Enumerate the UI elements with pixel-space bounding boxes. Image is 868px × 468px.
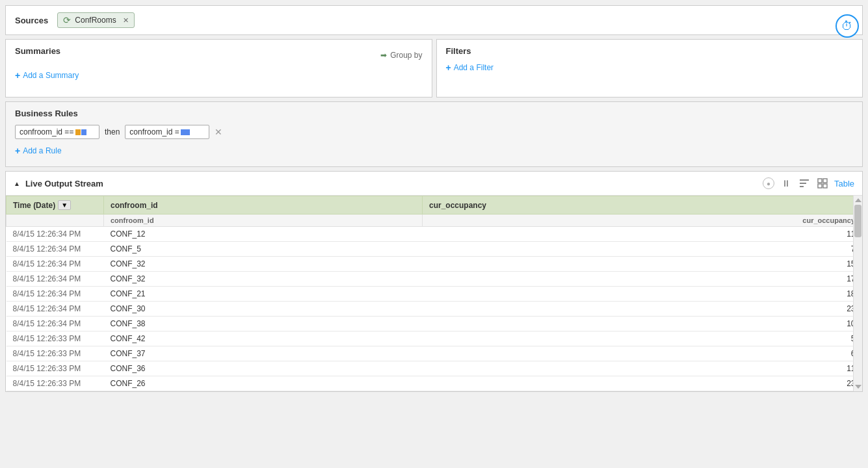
cell-occupancy: 11 — [423, 361, 862, 376]
live-output-section: ▲ Live Output Stream ● ⏸ — [5, 171, 863, 392]
add-filter-plus: + — [446, 62, 451, 73]
col-header-confroom: confroom_id — [104, 196, 423, 214]
table-body: 8/4/15 12:26:34 PM CONF_12 11 8/4/15 12:… — [7, 227, 862, 391]
cell-occupancy: 23 — [423, 302, 862, 317]
add-rule-plus: + — [15, 146, 20, 156]
header-controls: ● ⏸ — [763, 177, 854, 190]
mid-row: Summaries ➡ Group by + Add a Summary Fil… — [5, 39, 863, 98]
cell-time: 8/4/15 12:26:34 PM — [7, 302, 104, 317]
cell-occupancy: 17 — [423, 272, 862, 287]
cell-time: 8/4/15 12:26:33 PM — [7, 376, 104, 391]
group-by-label: Group by — [390, 51, 422, 60]
pause-button[interactable]: ⏸ — [780, 177, 793, 190]
col-sub-time — [7, 214, 104, 227]
rule-condition-input[interactable]: confroom_id == — [15, 125, 99, 139]
collapse-triangle-icon[interactable]: ▲ — [14, 180, 20, 187]
table-row: 8/4/15 12:26:34 PM CONF_38 10 — [7, 317, 862, 332]
cell-confroom: CONF_37 — [104, 346, 423, 361]
rule-then-label: then — [105, 127, 120, 136]
table-header-main: Time (Date) ▼ confroom_id cur_occupancy — [7, 196, 862, 214]
main-container: ⏱ Sources ⟳ ConfRooms ✕ Summaries ➡ Grou… — [0, 5, 868, 468]
table-row: 8/4/15 12:26:34 PM CONF_32 17 — [7, 272, 862, 287]
cell-time: 8/4/15 12:26:34 PM — [7, 317, 104, 332]
source-tag-icon: ⟳ — [63, 15, 71, 25]
clock-widget[interactable]: ⏱ — [835, 14, 859, 38]
table-row: 8/4/15 12:26:34 PM CONF_12 11 — [7, 227, 862, 242]
add-filter-label: Add a Filter — [454, 63, 493, 72]
table-row: 8/4/15 12:26:34 PM CONF_30 23 — [7, 302, 862, 317]
live-output-title-text: Live Output Stream — [25, 179, 103, 188]
scroll-thumb[interactable] — [854, 205, 861, 237]
cell-confroom: CONF_32 — [104, 272, 423, 287]
svg-rect-3 — [818, 179, 822, 183]
filters-section: Filters + Add a Filter — [436, 39, 863, 98]
cell-confroom: CONF_5 — [104, 242, 423, 257]
add-rule-link[interactable]: + Add a Rule — [15, 146, 853, 156]
rule-result-badge — [181, 129, 190, 135]
grid-view-button[interactable] — [816, 177, 829, 190]
cell-confroom: CONF_42 — [104, 332, 423, 346]
cell-occupancy: 11 — [423, 227, 862, 242]
add-filter-link[interactable]: + Add a Filter — [446, 62, 854, 73]
add-rule-label: Add a Rule — [23, 146, 61, 155]
output-table: Time (Date) ▼ confroom_id cur_occupancy … — [6, 196, 862, 391]
filters-title: Filters — [446, 46, 471, 56]
rule-result-text: confroom_id = — [129, 127, 179, 136]
cell-confroom: CONF_26 — [104, 376, 423, 391]
cell-occupancy: 7 — [423, 242, 862, 257]
arrow-icon: ➡ — [380, 51, 387, 60]
cell-time: 8/4/15 12:26:33 PM — [7, 332, 104, 346]
cell-time: 8/4/15 12:26:34 PM — [7, 227, 104, 242]
table-view-button[interactable]: Table — [834, 179, 854, 188]
summaries-section: Summaries ➡ Group by + Add a Summary — [5, 39, 432, 98]
sources-section: Sources ⟳ ConfRooms ✕ — [5, 5, 863, 35]
rule-delete-button[interactable]: ✕ — [215, 127, 222, 137]
pause-icon: ⏸ — [782, 178, 791, 188]
scroll-up-arrow[interactable] — [855, 198, 861, 202]
col-time-label: Time (Date) — [13, 201, 55, 210]
filter-view-button[interactable] — [798, 177, 811, 190]
table-row: 8/4/15 12:26:34 PM CONF_5 7 — [7, 242, 862, 257]
svg-rect-5 — [818, 184, 822, 188]
svg-rect-1 — [800, 183, 806, 184]
table-row: 8/4/15 12:26:33 PM CONF_42 5 — [7, 332, 862, 346]
live-output-title: ▲ Live Output Stream — [14, 179, 763, 188]
record-button[interactable]: ● — [763, 177, 774, 189]
scrollbar[interactable] — [853, 196, 862, 391]
col-sub-occupancy: cur_occupancy — [423, 214, 862, 227]
cell-confroom: CONF_38 — [104, 317, 423, 332]
live-output-header: ▲ Live Output Stream ● ⏸ — [6, 172, 862, 196]
rule-condition-text: confroom_id == — [20, 127, 73, 136]
cell-occupancy: 15 — [423, 257, 862, 272]
sources-label: Sources — [15, 16, 48, 25]
cell-time: 8/4/15 12:26:33 PM — [7, 346, 104, 361]
cell-occupancy: 5 — [423, 332, 862, 346]
col-sub-confroom: confroom_id — [104, 214, 423, 227]
rule-result-input[interactable]: confroom_id = — [125, 125, 209, 139]
grid-view-icon — [817, 177, 828, 189]
source-tag-close[interactable]: ✕ — [123, 16, 129, 25]
col-header-time: Time (Date) ▼ — [7, 196, 104, 214]
scroll-down-arrow[interactable] — [855, 385, 861, 389]
cell-time: 8/4/15 12:26:33 PM — [7, 361, 104, 376]
time-dropdown-button[interactable]: ▼ — [58, 200, 71, 210]
svg-rect-4 — [823, 179, 827, 183]
cell-confroom: CONF_32 — [104, 257, 423, 272]
rule-badge-orange — [75, 129, 81, 135]
cell-occupancy: 18 — [423, 287, 862, 302]
source-tag-name: ConfRooms — [75, 16, 116, 25]
cell-confroom: CONF_36 — [104, 361, 423, 376]
add-summary-plus: + — [15, 70, 20, 81]
table-row: 8/4/15 12:26:33 PM CONF_36 11 — [7, 361, 862, 376]
rule-badge-blue — [81, 129, 86, 135]
cell-occupancy: 10 — [423, 317, 862, 332]
add-summary-label: Add a Summary — [23, 71, 79, 80]
cell-confroom: CONF_30 — [104, 302, 423, 317]
table-header-sub: confroom_id cur_occupancy — [7, 214, 862, 227]
group-by-link[interactable]: ➡ Group by — [380, 51, 422, 60]
svg-rect-2 — [800, 186, 804, 187]
table-row: 8/4/15 12:26:34 PM CONF_21 18 — [7, 287, 862, 302]
business-rules-section: Business Rules confroom_id == then confr… — [5, 101, 863, 167]
rule-row: confroom_id == then confroom_id = ✕ — [15, 125, 853, 139]
add-summary-link[interactable]: + Add a Summary — [15, 70, 423, 81]
